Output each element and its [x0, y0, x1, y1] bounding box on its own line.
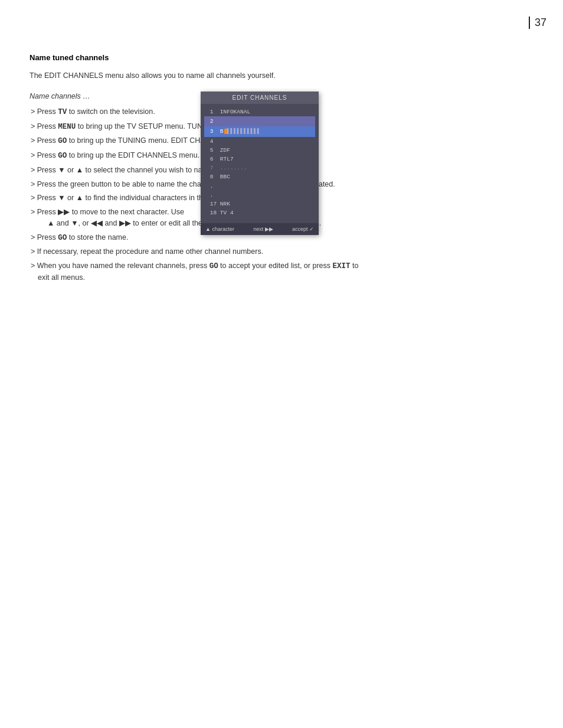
footer-next: next ▶▶: [253, 226, 273, 232]
footer-accept: accept ✓: [292, 226, 314, 232]
page-number: 37: [529, 17, 546, 29]
tv-panel-body: 1 INFOKANAL 2 3 B▌▌▌▌▌▌▌▌▌▌ 4 5 ZDF 6 RT…: [201, 104, 319, 223]
channel-row-dot1: .: [207, 182, 313, 191]
footer-character: ▲ character: [205, 226, 234, 232]
keyword-go-2: GO: [58, 152, 67, 160]
instruction-11: When you have named the relevant channel…: [30, 260, 360, 283]
tv-panel-footer: ▲ character next ▶▶ accept ✓: [201, 223, 319, 235]
intro-text: The EDIT CHANNELS menu also allows you t…: [30, 70, 360, 81]
tv-panel: EDIT CHANNELS 1 INFOKANAL 2 3 B▌▌▌▌▌▌▌▌▌…: [201, 92, 319, 235]
channel-row-1: 1 INFOKANAL: [207, 107, 313, 116]
keyword-go-4: GO: [210, 262, 218, 270]
channel-row-8: 8 BBC: [207, 172, 313, 181]
channel-row-4: 4: [207, 137, 313, 146]
keyword-menu: MENU: [58, 123, 76, 131]
channel-row-6: 6 RTL7: [207, 155, 313, 164]
channel-row-18: 18 TV 4: [207, 208, 313, 217]
channel-row-5: 5 ZDF: [207, 146, 313, 155]
keyword-tv: TV: [58, 108, 67, 116]
channel-row-17: 17 NRK: [207, 200, 313, 208]
channel-row-dot2: .: [207, 191, 313, 200]
instruction-10: If necessary, repeat the procedure and n…: [30, 246, 360, 257]
keyword-go-3: GO: [58, 234, 67, 242]
keyword-go-1: GO: [58, 137, 67, 145]
section-title: Name tuned channels: [30, 53, 360, 62]
tv-panel-header: EDIT CHANNELS: [201, 92, 319, 104]
channel-row-3: 3 B▌▌▌▌▌▌▌▌▌▌: [204, 126, 315, 136]
keyword-exit: EXIT: [332, 262, 350, 270]
channel-row-7: 7 ........: [207, 164, 313, 172]
channel-row-2: 2: [204, 116, 315, 126]
